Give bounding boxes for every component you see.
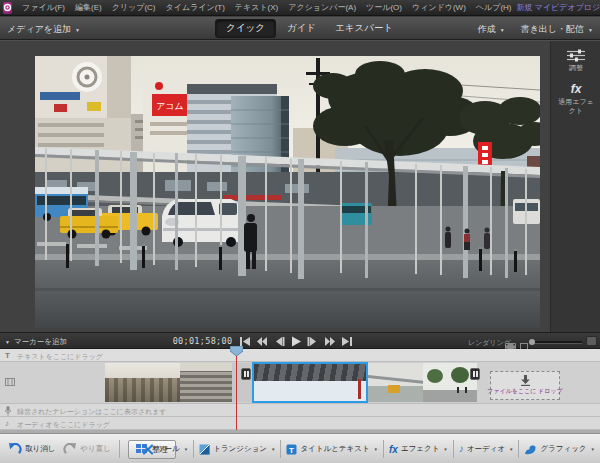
adjust-panel-button[interactable]: 調整 bbox=[551, 49, 600, 72]
chevron-down-icon: ▼ bbox=[374, 447, 378, 452]
graphics-label: グラフィック bbox=[540, 444, 586, 454]
fast-forward-button[interactable] bbox=[323, 336, 337, 347]
menu-timeline[interactable]: タイムライン(T) bbox=[161, 2, 230, 13]
chevron-down-icon: ▼ bbox=[509, 447, 513, 452]
effects-label: エフェクト bbox=[401, 444, 439, 454]
menu-edit[interactable]: 編集(E) bbox=[70, 2, 107, 13]
clip-boundary-badge[interactable] bbox=[470, 368, 480, 380]
export-share-button[interactable]: 書き出し・配信 ▼ bbox=[521, 23, 593, 36]
tools-button[interactable]: ツール ▼ bbox=[142, 444, 188, 455]
premiere-elements-window: ファイル(F) 編集(E) クリップ(C) タイムライン(T) テキスト(X) … bbox=[0, 0, 600, 463]
chevron-down-icon: ▼ bbox=[5, 339, 10, 345]
tab-expert[interactable]: エキスパート bbox=[327, 19, 401, 38]
create-button[interactable]: 作成 ▼ bbox=[478, 23, 505, 36]
acom-sign-text: アコム bbox=[156, 101, 184, 111]
playhead-line bbox=[236, 349, 237, 430]
undo-arrow-icon bbox=[8, 443, 22, 456]
clip-thumbnail bbox=[368, 363, 423, 402]
video-preview[interactable]: アコム bbox=[35, 56, 540, 328]
step-back-button[interactable] bbox=[272, 336, 286, 347]
timeline-settings-button[interactable] bbox=[586, 336, 597, 346]
menu-help[interactable]: ヘルプ(H) bbox=[471, 2, 517, 13]
text-track-hint: テキストをここにドラッグ bbox=[17, 352, 103, 362]
project-title: 新規 マイビデオプロジェ... bbox=[517, 2, 600, 13]
menu-text[interactable]: テキスト(X) bbox=[230, 2, 283, 13]
undo-button[interactable]: 取り消し bbox=[8, 443, 55, 456]
rewind-button[interactable] bbox=[255, 336, 269, 347]
monitor-panel: アコム bbox=[0, 40, 600, 332]
clip-boundary-badge[interactable] bbox=[241, 368, 251, 380]
menu-file[interactable]: ファイル(F) bbox=[17, 2, 70, 13]
divider bbox=[119, 440, 120, 458]
video-clip-1[interactable] bbox=[105, 363, 252, 402]
tab-guided[interactable]: ガイド bbox=[279, 19, 324, 38]
timeline-toolbar: ▼ マーカーを追加 00;01;58;00 レンダリング bbox=[0, 332, 600, 349]
graphics-icon bbox=[524, 444, 537, 455]
menu-clip[interactable]: クリップ(C) bbox=[107, 2, 161, 13]
transitions-label: トランジション bbox=[213, 444, 267, 454]
audio-track[interactable]: ♪ オーディオをここにドラッグ bbox=[0, 417, 600, 430]
play-button[interactable] bbox=[289, 336, 303, 347]
adjust-label: 調整 bbox=[556, 64, 596, 72]
tools-icon bbox=[142, 444, 154, 455]
sliders-icon bbox=[567, 49, 585, 62]
drop-files-here-target[interactable]: ファイルをここに ドロップ bbox=[490, 371, 560, 400]
clip-thumbnail bbox=[423, 363, 477, 402]
menu-window[interactable]: ウィンドウ(W) bbox=[407, 2, 471, 13]
menu-action-bar[interactable]: アクションバー(A) bbox=[283, 2, 361, 13]
download-arrow-icon bbox=[519, 375, 532, 386]
transport-controls bbox=[238, 336, 354, 347]
action-bar: 取り消し やり直し 整理 ツール ▼ トランジション ▼ bbox=[0, 433, 600, 463]
divider bbox=[280, 440, 281, 458]
mode-bar: メディアを追加 ▼ クイック ガイド エキスパート 作成 ▼ 書き出し・配信 ▼ bbox=[0, 17, 600, 40]
graphics-button[interactable]: グラフィック ▼ bbox=[524, 444, 595, 455]
create-label: 作成 bbox=[478, 23, 496, 36]
video-track-icon bbox=[5, 378, 15, 388]
app-logo-icon bbox=[3, 2, 12, 14]
current-timecode: 00;01;58;00 bbox=[165, 336, 240, 346]
redo-arrow-icon bbox=[63, 443, 77, 456]
quick-timeline: T テキストをここにドラッグ ファイルをここに ドロッ bbox=[0, 349, 600, 433]
audio-button[interactable]: ♪ オーディオ ▼ bbox=[459, 444, 514, 454]
narration-track-hint: 録音されたナレーションはここに表示されます bbox=[17, 407, 167, 417]
audio-track-hint: オーディオをここにドラッグ bbox=[17, 420, 110, 430]
preview-photo: アコム bbox=[35, 56, 540, 328]
titles-text-button[interactable]: T タイトルとテキスト ▼ bbox=[286, 444, 378, 455]
audio-label: オーディオ bbox=[467, 444, 505, 454]
chevron-down-icon: ▼ bbox=[500, 27, 505, 33]
svg-text:T: T bbox=[290, 445, 295, 454]
add-media-button[interactable]: メディアを追加 ▼ bbox=[7, 23, 80, 36]
timeline-zoom-slider[interactable] bbox=[529, 341, 582, 344]
fx-icon: fx bbox=[571, 82, 582, 96]
clip-thumbnail bbox=[105, 363, 180, 402]
zoom-slider-thumb[interactable] bbox=[529, 339, 535, 345]
video-clip-selected[interactable] bbox=[252, 362, 368, 403]
add-marker-button[interactable]: ▼ マーカーを追加 bbox=[5, 337, 67, 347]
chevron-down-icon: ▼ bbox=[184, 447, 188, 452]
effects-button[interactable]: fx エフェクト ▼ bbox=[389, 444, 448, 455]
fx-icon: fx bbox=[389, 444, 398, 455]
redo-label: やり直し bbox=[80, 444, 111, 454]
transition-icon bbox=[199, 444, 210, 455]
transitions-button[interactable]: トランジション ▼ bbox=[199, 444, 275, 455]
clip-thumbnail bbox=[310, 364, 366, 401]
applied-effects-panel-button[interactable]: fx 適用エフェクト bbox=[551, 82, 600, 115]
video-clip-3[interactable] bbox=[368, 363, 477, 402]
white-minivan bbox=[162, 199, 243, 247]
divider bbox=[518, 440, 519, 458]
menu-tools[interactable]: ツール(O) bbox=[361, 2, 407, 13]
redo-button[interactable]: やり直し bbox=[63, 443, 111, 456]
narration-track[interactable]: 録音されたナレーションはここに表示されます bbox=[0, 404, 600, 417]
video-track[interactable]: ファイルをここに ドロップ bbox=[0, 362, 600, 404]
right-panel-strip: 調整 fx 適用エフェクト bbox=[550, 41, 600, 333]
clip-thumbnail bbox=[254, 364, 310, 401]
tab-quick[interactable]: クイック bbox=[215, 19, 276, 38]
playhead-handle[interactable] bbox=[230, 342, 243, 360]
text-track[interactable]: T テキストをここにドラッグ bbox=[0, 349, 600, 362]
drop-files-label: ファイルをここに ドロップ bbox=[487, 387, 562, 396]
music-note-icon: ♪ bbox=[5, 419, 9, 428]
step-forward-button[interactable] bbox=[306, 336, 320, 347]
go-to-end-button[interactable] bbox=[340, 336, 354, 347]
titles-text-label: タイトルとテキスト bbox=[300, 444, 369, 454]
undo-label: 取り消し bbox=[25, 444, 55, 454]
